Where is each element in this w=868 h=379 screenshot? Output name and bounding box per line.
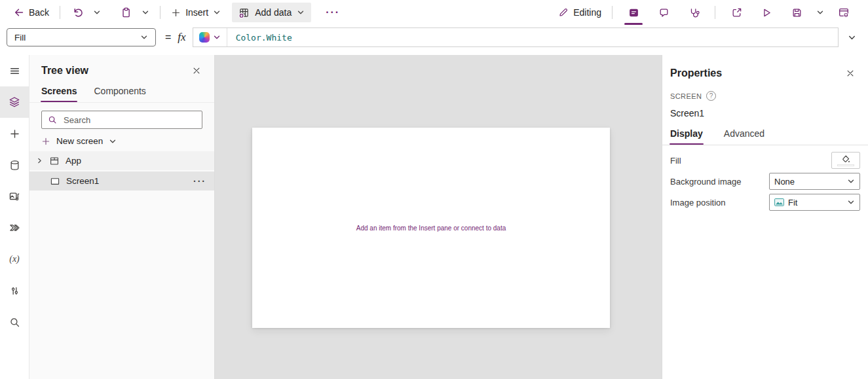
properties-pane-toggle[interactable]: [618, 3, 649, 22]
tab-screens[interactable]: Screens: [41, 86, 77, 102]
rail-data-button[interactable]: [0, 149, 29, 181]
undo-dropdown-button[interactable]: [88, 3, 105, 22]
chevron-down-icon: [848, 33, 856, 42]
plus-icon: [171, 8, 181, 18]
save-dropdown-button[interactable]: [812, 3, 829, 22]
tab-advanced[interactable]: Advanced: [724, 128, 764, 145]
save-button[interactable]: [782, 3, 812, 22]
background-image-value: None: [774, 177, 795, 187]
tree-item-label: App: [66, 156, 81, 166]
rail-media-button[interactable]: [0, 181, 29, 212]
paint-bucket-icon: [841, 155, 851, 164]
background-image-label: Background image: [670, 177, 741, 187]
editing-label: Editing: [573, 7, 601, 18]
chevron-down-icon: [297, 9, 305, 16]
property-selector[interactable]: Fill: [7, 28, 156, 46]
database-icon: [9, 160, 20, 171]
pencil-icon: [558, 7, 569, 18]
chevron-down-icon: [109, 137, 117, 145]
image-icon: [774, 198, 784, 206]
empty-screen-hint: Add an item from the Insert pane or conn…: [356, 225, 506, 232]
rail-tree-view-button[interactable]: [0, 86, 29, 118]
rail-variables-button[interactable]: (x): [0, 244, 29, 275]
help-icon[interactable]: ?: [706, 91, 716, 101]
screen-icon: [50, 176, 60, 187]
paste-button[interactable]: [115, 3, 137, 22]
left-navigation-rail: (x): [0, 55, 29, 379]
fill-color-button[interactable]: [831, 152, 860, 169]
media-icon: [9, 190, 20, 202]
properties-panel: Properties SCREEN ? Screen1 Display Adva…: [662, 55, 868, 379]
share-icon: [731, 7, 742, 18]
tree-view-close-button[interactable]: [189, 63, 204, 78]
more-commands-button[interactable]: ···: [319, 7, 347, 18]
properties-close-button[interactable]: [843, 66, 858, 81]
formula-bar: Fill = fx Color.White: [0, 25, 868, 50]
toolbar-right-group: Editing: [554, 3, 859, 22]
toolbar-divider: [612, 6, 613, 19]
fill-property-row: Fill: [670, 152, 860, 169]
tree-item-more-button[interactable]: ···: [193, 176, 206, 187]
tree-view-tabs: Screens Components: [29, 81, 214, 103]
control-name[interactable]: Screen1: [662, 101, 868, 118]
rail-menu-button[interactable]: [0, 55, 29, 86]
tab-components[interactable]: Components: [94, 86, 145, 102]
editing-mode-button[interactable]: Editing: [554, 3, 606, 22]
comments-button[interactable]: [649, 3, 679, 22]
properties-header: Properties: [662, 55, 868, 81]
tree-items: App Screen1 ···: [29, 151, 214, 190]
insert-button[interactable]: Insert: [166, 3, 225, 22]
tree-item-screen1[interactable]: Screen1 ···: [29, 171, 214, 190]
app-checker-button[interactable]: [679, 3, 709, 22]
new-screen-button[interactable]: New screen: [41, 136, 202, 146]
chevron-down-icon: [213, 9, 221, 16]
variables-icon: (x): [9, 254, 20, 264]
paste-dropdown-button[interactable]: [137, 3, 154, 22]
insert-pane-link[interactable]: Insert pane: [419, 225, 451, 232]
image-position-select[interactable]: Fit: [769, 194, 860, 211]
tree-search-box[interactable]: [41, 111, 202, 129]
publish-button[interactable]: [829, 3, 859, 22]
background-image-row: Background image None: [670, 173, 860, 190]
tab-display[interactable]: Display: [670, 128, 703, 145]
copilot-button[interactable]: [193, 28, 227, 46]
fx-label: fx: [178, 31, 185, 44]
connect-to-data-link[interactable]: connect to data: [461, 225, 506, 232]
copilot-icon: [199, 32, 210, 43]
search-icon: [48, 115, 57, 124]
undo-button[interactable]: [66, 3, 88, 22]
tree-item-app[interactable]: App: [29, 151, 214, 170]
screen-canvas[interactable]: Add an item from the Insert pane or conn…: [252, 128, 610, 328]
app-icon: [49, 156, 60, 166]
hint-text: Add an item from the: [356, 225, 419, 232]
rail-search-button[interactable]: [0, 306, 29, 338]
rail-power-automate-button[interactable]: [0, 212, 29, 244]
chevron-down-icon: [847, 177, 855, 185]
chevron-down-icon: [816, 9, 824, 16]
rail-insert-button[interactable]: [0, 118, 29, 149]
save-icon: [791, 7, 802, 18]
share-button[interactable]: [721, 3, 751, 22]
fill-label: Fill: [670, 156, 681, 166]
back-button[interactable]: Back: [9, 3, 54, 22]
plus-icon: [9, 128, 20, 139]
search-input[interactable]: [62, 115, 196, 126]
add-data-label: Add data: [255, 7, 292, 18]
formula-bar-expand-button[interactable]: [842, 27, 861, 47]
hint-text: or: [451, 225, 461, 232]
formula-input[interactable]: Color.White: [227, 33, 838, 43]
flow-icon: [9, 222, 20, 234]
preview-button[interactable]: [751, 3, 782, 22]
properties-tabs: Display Advanced: [662, 118, 868, 145]
play-icon: [761, 7, 772, 18]
tree-view-panel: Tree view Screens Components New screen: [29, 55, 215, 379]
add-data-table-icon: [238, 7, 250, 18]
add-data-button[interactable]: Add data: [232, 3, 311, 22]
formula-box: Color.White: [193, 27, 839, 47]
chevron-right-icon[interactable]: [36, 157, 43, 164]
toolbar-divider: [715, 6, 715, 19]
rail-advanced-tools-button[interactable]: [0, 275, 29, 306]
image-position-label: Image position: [670, 198, 726, 208]
undo-icon: [72, 7, 83, 18]
background-image-select[interactable]: None: [769, 173, 860, 190]
